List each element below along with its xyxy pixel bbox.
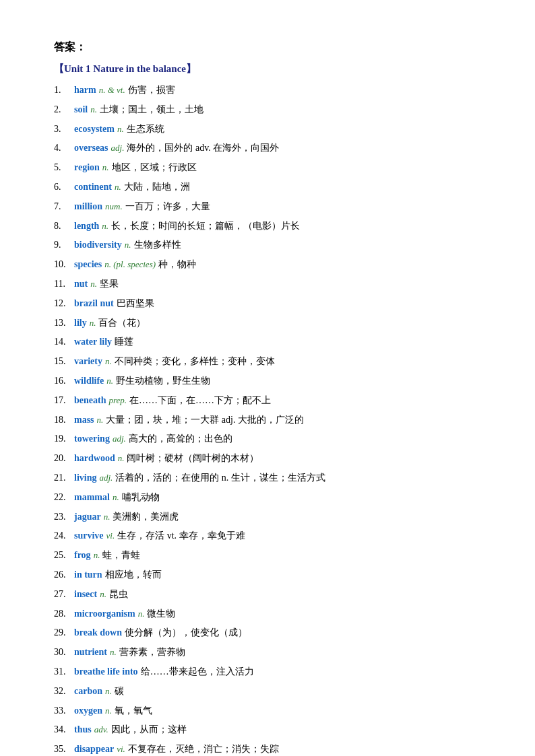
- list-item: 33.oxygenn.氧，氧气: [54, 703, 481, 719]
- item-definition: 伤害，损害: [128, 82, 175, 98]
- item-definition: 百合（花）: [98, 315, 146, 331]
- item-word: oxygen: [74, 703, 102, 719]
- item-word: towering: [74, 431, 110, 447]
- item-number: 9.: [54, 237, 74, 253]
- item-word: hardwood: [74, 450, 115, 467]
- item-word: mammal: [74, 489, 110, 506]
- list-item: 23.jaguarn.美洲豹，美洲虎: [54, 509, 481, 525]
- item-word: disappear: [74, 741, 114, 756]
- item-definition: 使分解（为），使变化（成）: [125, 625, 247, 641]
- list-item: 4.overseasadj.海外的，国外的 adv. 在海外，向国外: [54, 140, 481, 156]
- item-pos: n.: [105, 703, 112, 718]
- item-pos: n.: [100, 587, 106, 602]
- item-word: nut: [74, 276, 88, 292]
- item-pos: n.: [97, 413, 104, 427]
- item-pos: n.: [117, 122, 124, 137]
- item-definition: 给……带来起色，注入活力: [141, 664, 254, 680]
- list-item: 9.biodiversityn.生物多样性: [54, 237, 481, 253]
- item-definition: 微生物: [147, 606, 175, 622]
- item-word: insect: [74, 586, 97, 603]
- item-pos: n.: [90, 316, 96, 331]
- item-word: break down: [74, 625, 122, 641]
- item-word: carbon: [74, 683, 102, 699]
- item-pos: n. (pl. species): [104, 257, 156, 272]
- list-item: 31.breathe life into给……带来起色，注入活力: [54, 664, 481, 680]
- item-word: biodiversity: [74, 237, 122, 253]
- item-definition: 相应地，转而: [105, 567, 162, 583]
- list-item: 12.brazil nut巴西坚果: [54, 296, 481, 312]
- item-definition: 大量；团，块，堆；一大群 adj. 大批的，广泛的: [106, 412, 304, 428]
- item-pos: prep.: [108, 393, 127, 408]
- item-number: 12.: [54, 296, 74, 312]
- item-definition: 土壤；国土，领土，土地: [100, 102, 203, 118]
- list-item: 25.frogn.蛙，青蛙: [54, 547, 481, 563]
- item-pos: adv.: [94, 722, 108, 737]
- item-pos: n.: [90, 102, 97, 117]
- item-pos: n.: [104, 510, 111, 524]
- list-item: 34.thusadv.因此，从而；这样: [54, 722, 481, 738]
- item-number: 23.: [54, 509, 74, 525]
- item-word: variety: [74, 353, 102, 370]
- item-word: overseas: [74, 140, 108, 156]
- item-word: jaguar: [74, 509, 101, 525]
- list-item: 16.wildlifen.野生动植物，野生生物: [54, 373, 481, 389]
- item-number: 14.: [54, 334, 74, 350]
- list-item: 8.lengthn.长，长度；时间的长短；篇幅，（电影）片长: [54, 218, 481, 234]
- item-word: microorganism: [74, 606, 135, 622]
- item-word: beneath: [74, 392, 106, 409]
- item-word: breathe life into: [74, 664, 138, 680]
- item-pos: n.: [102, 219, 108, 234]
- unit-title: 【Unit 1 Nature in the balance】: [54, 63, 481, 75]
- item-definition: 碳: [115, 683, 124, 699]
- item-number: 17.: [54, 392, 74, 409]
- item-word: soil: [74, 102, 88, 118]
- list-item: 15.varietyn.不同种类；变化，多样性；变种，变体: [54, 353, 481, 370]
- item-pos: n.: [110, 645, 117, 660]
- item-pos: n. & vt.: [99, 83, 125, 98]
- item-definition: 巴西坚果: [117, 296, 154, 312]
- item-word: continent: [74, 179, 112, 195]
- item-number: 24.: [54, 528, 74, 544]
- item-definition: 阔叶树；硬材（阔叶树的木材）: [127, 450, 259, 467]
- item-word: lily: [74, 315, 87, 331]
- answer-title: 答案：: [54, 40, 481, 55]
- item-definition: 美洲豹，美洲虎: [113, 509, 179, 525]
- list-item: 28.microorganismn.微生物: [54, 606, 481, 622]
- item-number: 35.: [54, 741, 74, 756]
- item-pos: n.: [118, 451, 125, 466]
- list-item: 6.continentn.大陆，陆地，洲: [54, 179, 481, 195]
- item-definition: 海外的，国外的 adv. 在海外，向国外: [127, 140, 279, 156]
- item-pos: n.: [102, 160, 109, 175]
- item-number: 10.: [54, 256, 74, 273]
- item-number: 18.: [54, 412, 74, 428]
- item-pos: vi.: [106, 528, 115, 543]
- item-number: 26.: [54, 567, 74, 583]
- item-pos: adj.: [99, 471, 113, 485]
- list-item: 17.beneathprep.在……下面，在……下方；配不上: [54, 392, 481, 409]
- list-item: 5.regionn.地区，区域；行政区: [54, 160, 481, 176]
- item-definition: 因此，从而；这样: [111, 722, 187, 738]
- item-number: 5.: [54, 160, 74, 176]
- item-definition: 蛙，青蛙: [102, 547, 140, 563]
- list-item: 3.ecosystemn.生态系统: [54, 121, 481, 137]
- item-word: frog: [74, 547, 91, 563]
- item-number: 4.: [54, 140, 74, 156]
- item-definition: 不同种类；变化，多样性；变种，变体: [115, 353, 275, 370]
- item-pos: n.: [105, 354, 112, 369]
- item-word: harm: [74, 82, 96, 98]
- item-definition: 生存，存活 vt. 幸存，幸免于难: [117, 528, 245, 544]
- item-definition: 一百万；许多，大量: [125, 199, 210, 215]
- item-number: 19.: [54, 431, 74, 447]
- item-number: 7.: [54, 199, 74, 215]
- item-pos: adj.: [111, 141, 125, 156]
- item-number: 21.: [54, 470, 74, 486]
- item-definition: 地区，区域；行政区: [112, 160, 197, 176]
- item-definition: 种，物种: [158, 256, 196, 273]
- item-definition: 不复存在，灭绝，消亡；消失；失踪: [128, 741, 279, 756]
- item-number: 27.: [54, 586, 74, 603]
- item-word: in turn: [74, 567, 102, 583]
- item-definition: 大陆，陆地，洲: [124, 179, 190, 195]
- item-number: 3.: [54, 121, 74, 137]
- item-word: wildlife: [74, 373, 104, 389]
- item-number: 31.: [54, 664, 74, 680]
